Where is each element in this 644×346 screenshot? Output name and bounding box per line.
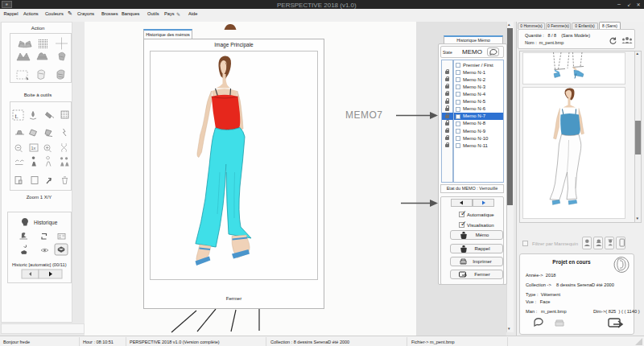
svg-text:Historic [automatic] (00/11): Historic [automatic] (00/11): [12, 262, 67, 267]
svg-text:Historique: Historique: [34, 220, 58, 226]
svg-text:1x: 1x: [31, 146, 36, 150]
svg-text:t.: t.: [15, 113, 19, 120]
